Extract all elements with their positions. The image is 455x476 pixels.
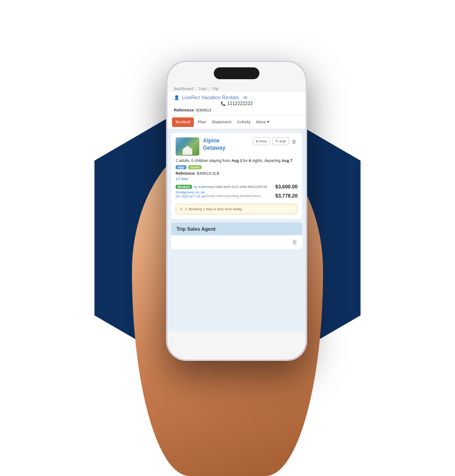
- sub-reference-value: B3M513-2LB: [197, 171, 219, 176]
- tab-navigation: Booked Plan Statement Activity More ▾: [167, 116, 306, 129]
- screen: dashboard / Trips / Trip 👤 LiveRez Vacat…: [167, 62, 306, 360]
- reference-value: B3M513: [196, 108, 212, 112]
- booked-badge: Booked: [176, 185, 192, 189]
- phone-number: 1112222222: [228, 101, 253, 106]
- delete-booking-icon[interactable]: 🗑: [291, 138, 298, 145]
- sub-reference-label: Reference:: [176, 171, 196, 176]
- dynamic-island: [214, 67, 259, 79]
- tags-row: App Guest: [176, 165, 298, 169]
- person-icon: 👤: [174, 95, 179, 100]
- booked-status-row: Booked by Katrinabe218faf-ab49-4102-a95d…: [176, 184, 298, 189]
- property-header-row: Alpine Getaway $ Fees ✎ Edit 🗑: [176, 137, 298, 156]
- booked-by-text: by Katrinabe218faf-ab49-4102-a95d-8fa314…: [194, 185, 268, 189]
- breadcrumb-dashboard[interactable]: dashboard: [174, 86, 193, 91]
- reference-label: Reference:: [174, 108, 195, 112]
- tag-guest: Guest: [188, 165, 202, 169]
- stay-nights: 6: [249, 158, 251, 163]
- price-main: $3,600.00: [275, 184, 298, 189]
- tab-plan[interactable]: Plan: [195, 116, 209, 129]
- agent-card: 🗑: [171, 235, 302, 249]
- fees-link[interactable]: 10 fees: [176, 177, 298, 181]
- phone-icon: 📞: [221, 101, 226, 106]
- phone-inner: dashboard / Trips / Trip 👤 LiveRez Vacat…: [167, 62, 306, 360]
- warning-text: ⚠ Booking 1 day or less from today.: [185, 207, 243, 211]
- tab-activity[interactable]: Activity: [234, 116, 253, 129]
- action-buttons: $ Fees ✎ Edit 🗑: [253, 137, 298, 145]
- guest-view-row: Montgomery on Jul 26, 2023 at 7:16 am Gu…: [176, 190, 298, 201]
- guest-view-label: Guest View (including blended fees): [206, 194, 261, 198]
- breadcrumb-sep-1: /: [195, 86, 197, 91]
- edit-button[interactable]: ✎ Edit: [272, 137, 289, 145]
- property-name-line2: Getaway: [203, 145, 225, 152]
- stay-date-end: Aug 7: [282, 158, 293, 163]
- booking-agent: Montgomery on Jul: [176, 190, 205, 194]
- section-header-trip-sales: Trip Sales Agent: [171, 223, 302, 235]
- trip-sales-agent-section: Trip Sales Agent 🗑: [171, 223, 302, 249]
- tab-booked[interactable]: Booked: [172, 117, 194, 127]
- breadcrumb: dashboard / Trips / Trip: [167, 85, 306, 92]
- phone-scene: dashboard / Trips / Trip 👤 LiveRez Vacat…: [68, 33, 387, 443]
- breadcrumb-trips[interactable]: Trips: [198, 86, 207, 91]
- stay-date-start: Aug 1: [231, 158, 242, 163]
- breadcrumb-sep-2: /: [209, 86, 210, 91]
- breadcrumb-trip: Trip: [212, 86, 218, 91]
- booking-card: Alpine Getaway $ Fees ✎ Edit 🗑: [171, 133, 302, 219]
- agent-delete-icon[interactable]: 🗑: [292, 239, 298, 245]
- price-secondary: $3,778.20: [275, 193, 298, 198]
- property-thumb-house-shape: [181, 145, 194, 155]
- header-section: 👤 LiveRez Vacation Rentals ✉ 📞 111222222…: [167, 92, 306, 116]
- phone-frame: dashboard / Trips / Trip 👤 LiveRez Vacat…: [166, 61, 307, 361]
- fees-button[interactable]: $ Fees: [253, 137, 270, 145]
- property-name: Alpine Getaway: [203, 137, 225, 152]
- sub-reference: Reference: B3M513-2LB: [176, 171, 298, 176]
- reference-row: Reference: B3M513: [174, 108, 299, 112]
- tag-app: App: [176, 165, 187, 169]
- tab-more[interactable]: More ▾: [253, 116, 272, 129]
- company-name[interactable]: LiveRez Vacation Rentals: [182, 95, 239, 100]
- company-row: 👤 LiveRez Vacation Rentals ✉: [174, 95, 299, 100]
- main-content: Alpine Getaway $ Fees ✎ Edit 🗑: [167, 129, 306, 331]
- tab-statement[interactable]: Statement: [209, 116, 234, 129]
- warning-icon: ⚠: [180, 207, 183, 211]
- mail-icon[interactable]: ✉: [243, 95, 247, 100]
- stay-info: 2 adults, 0 children staying from Aug 1 …: [176, 158, 298, 163]
- booking-date: Montgomery on Jul 26, 2023 at 7:16 am: [176, 190, 206, 198]
- property-name-line1: Alpine: [203, 137, 225, 145]
- phone-row: 📞 1112222222: [174, 101, 299, 106]
- warning-box: ⚠ ⚠ Booking 1 day or less from today.: [176, 204, 298, 214]
- booking-date-full: 26, 2023 at 7:16 am: [176, 194, 206, 198]
- property-thumbnail: [176, 137, 199, 156]
